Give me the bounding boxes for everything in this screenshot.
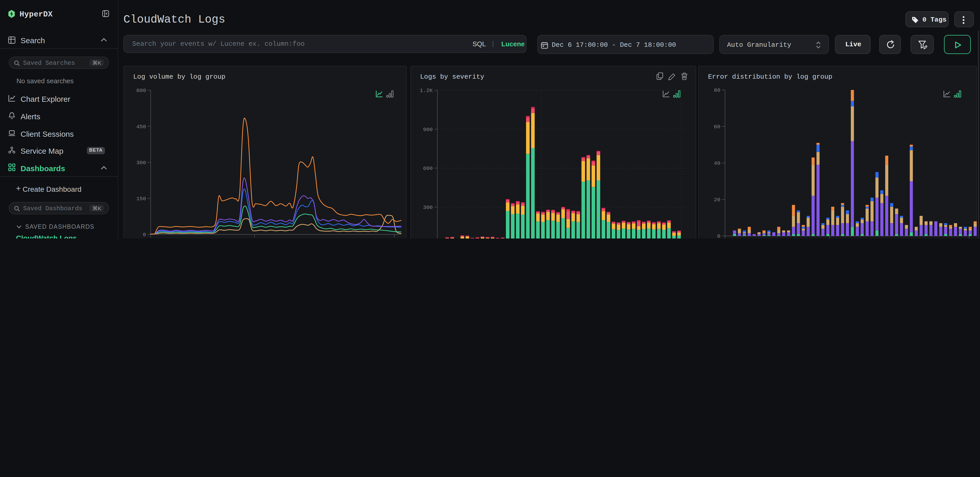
svg-text:40: 40 [714,161,720,166]
svg-text:300: 300 [423,205,433,210]
svg-text:600: 600 [136,87,146,94]
svg-text:80: 80 [714,87,720,93]
svg-text:600: 600 [423,165,433,172]
svg-text:450: 450 [136,124,146,130]
svg-text:60: 60 [714,124,720,130]
svg-text:0: 0 [717,233,720,238]
svg-text:1.2K: 1.2K [420,87,433,94]
svg-text:150: 150 [136,196,146,202]
svg-text:20: 20 [714,197,720,203]
svg-text:0: 0 [143,232,146,238]
svg-text:900: 900 [423,127,433,133]
svg-text:300: 300 [136,160,146,166]
